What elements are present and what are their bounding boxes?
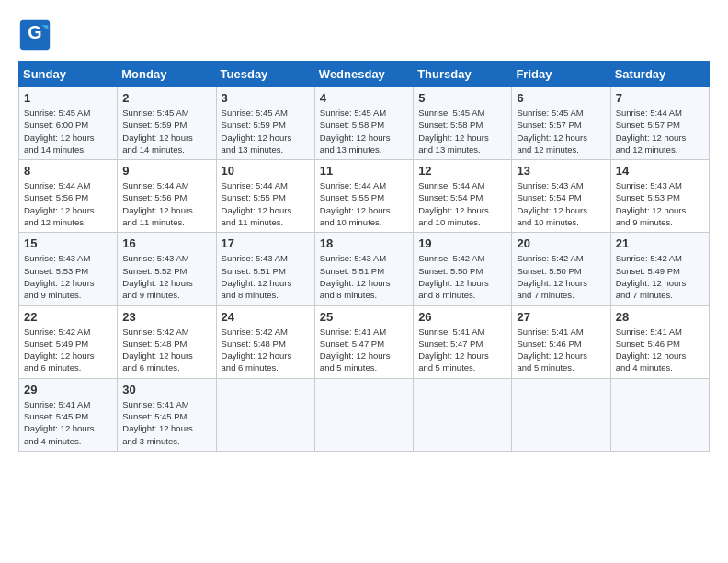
logo-icon: G [18,18,51,52]
calendar-cell: 8Sunrise: 5:44 AM Sunset: 5:56 PM Daylig… [19,160,118,233]
calendar-cell: 14Sunrise: 5:43 AM Sunset: 5:53 PM Dayli… [610,160,709,233]
day-number: 27 [517,310,605,324]
calendar-cell: 17Sunrise: 5:43 AM Sunset: 5:51 PM Dayli… [216,233,314,305]
day-info: Sunrise: 5:41 AM Sunset: 5:46 PM Dayligh… [616,326,704,374]
day-number: 3 [222,91,310,105]
calendar-week-row: 1Sunrise: 5:45 AM Sunset: 6:00 PM Daylig… [19,87,710,160]
weekday-header: Thursday [414,62,512,87]
day-info: Sunrise: 5:44 AM Sunset: 5:56 PM Dayligh… [24,179,112,228]
day-number: 8 [24,164,112,178]
day-number: 28 [616,310,704,324]
day-number: 20 [517,236,605,250]
day-info: Sunrise: 5:45 AM Sunset: 5:59 PM Dayligh… [122,107,210,155]
calendar-cell: 2Sunrise: 5:45 AM Sunset: 5:59 PM Daylig… [118,87,216,160]
calendar-cell: 16Sunrise: 5:43 AM Sunset: 5:52 PM Dayli… [118,233,216,305]
day-number: 15 [24,236,112,250]
calendar-cell [512,378,610,451]
weekday-header: Sunday [19,62,118,87]
calendar-cell: 21Sunrise: 5:42 AM Sunset: 5:49 PM Dayli… [610,233,709,305]
calendar-cell: 19Sunrise: 5:42 AM Sunset: 5:50 PM Dayli… [414,233,512,305]
day-number: 18 [320,236,408,250]
calendar-cell: 20Sunrise: 5:42 AM Sunset: 5:50 PM Dayli… [512,233,610,305]
day-info: Sunrise: 5:41 AM Sunset: 5:47 PM Dayligh… [320,326,408,374]
day-info: Sunrise: 5:45 AM Sunset: 5:57 PM Dayligh… [517,107,605,155]
day-number: 10 [222,164,310,178]
day-info: Sunrise: 5:42 AM Sunset: 5:48 PM Dayligh… [222,326,310,374]
day-number: 13 [517,164,605,178]
calendar-week-row: 8Sunrise: 5:44 AM Sunset: 5:56 PM Daylig… [19,160,710,233]
svg-text:G: G [28,22,41,42]
calendar-week-row: 15Sunrise: 5:43 AM Sunset: 5:53 PM Dayli… [19,233,710,305]
day-number: 12 [418,164,506,178]
day-number: 2 [122,91,210,105]
day-info: Sunrise: 5:41 AM Sunset: 5:45 PM Dayligh… [24,398,112,447]
day-info: Sunrise: 5:41 AM Sunset: 5:46 PM Dayligh… [517,326,605,374]
day-info: Sunrise: 5:44 AM Sunset: 5:55 PM Dayligh… [320,179,408,228]
day-info: Sunrise: 5:42 AM Sunset: 5:48 PM Dayligh… [122,326,210,374]
calendar-cell: 24Sunrise: 5:42 AM Sunset: 5:48 PM Dayli… [216,305,314,378]
calendar-week-row: 22Sunrise: 5:42 AM Sunset: 5:49 PM Dayli… [19,305,710,378]
weekday-header: Friday [512,62,610,87]
calendar-cell: 23Sunrise: 5:42 AM Sunset: 5:48 PM Dayli… [118,305,216,378]
calendar-cell: 30Sunrise: 5:41 AM Sunset: 5:45 PM Dayli… [118,378,216,451]
day-number: 22 [24,310,112,324]
day-info: Sunrise: 5:43 AM Sunset: 5:51 PM Dayligh… [320,252,408,301]
calendar-cell: 9Sunrise: 5:44 AM Sunset: 5:56 PM Daylig… [118,160,216,233]
weekday-header: Wednesday [314,62,413,87]
day-info: Sunrise: 5:44 AM Sunset: 5:56 PM Dayligh… [122,179,210,228]
weekday-header: Tuesday [216,62,314,87]
calendar-cell: 18Sunrise: 5:43 AM Sunset: 5:51 PM Dayli… [314,233,413,305]
calendar-cell: 4Sunrise: 5:45 AM Sunset: 5:58 PM Daylig… [314,87,413,160]
day-number: 1 [24,91,112,105]
day-number: 21 [616,236,704,250]
day-number: 30 [122,383,210,396]
calendar-cell: 1Sunrise: 5:45 AM Sunset: 6:00 PM Daylig… [19,87,118,160]
day-number: 14 [616,164,704,178]
weekday-header-row: SundayMondayTuesdayWednesdayThursdayFrid… [19,62,710,87]
day-info: Sunrise: 5:43 AM Sunset: 5:54 PM Dayligh… [517,179,605,228]
calendar-week-row: 29Sunrise: 5:41 AM Sunset: 5:45 PM Dayli… [19,378,710,451]
day-number: 7 [616,91,704,105]
day-number: 19 [418,236,506,250]
weekday-header: Saturday [610,62,709,87]
calendar-cell [314,378,413,451]
calendar-cell: 25Sunrise: 5:41 AM Sunset: 5:47 PM Dayli… [314,305,413,378]
calendar-cell: 5Sunrise: 5:45 AM Sunset: 5:58 PM Daylig… [414,87,512,160]
day-info: Sunrise: 5:43 AM Sunset: 5:52 PM Dayligh… [122,252,210,301]
day-number: 6 [517,91,605,105]
logo: G [18,18,57,52]
day-info: Sunrise: 5:44 AM Sunset: 5:54 PM Dayligh… [418,179,506,228]
day-info: Sunrise: 5:43 AM Sunset: 5:53 PM Dayligh… [24,252,112,301]
calendar-cell: 29Sunrise: 5:41 AM Sunset: 5:45 PM Dayli… [19,378,118,451]
calendar-cell [216,378,314,451]
day-number: 16 [122,236,210,250]
day-info: Sunrise: 5:44 AM Sunset: 5:57 PM Dayligh… [616,107,704,155]
calendar-cell: 15Sunrise: 5:43 AM Sunset: 5:53 PM Dayli… [19,233,118,305]
day-info: Sunrise: 5:42 AM Sunset: 5:50 PM Dayligh… [418,252,506,301]
day-number: 11 [320,164,408,178]
day-number: 17 [222,236,310,250]
day-info: Sunrise: 5:45 AM Sunset: 5:59 PM Dayligh… [222,107,310,155]
day-info: Sunrise: 5:45 AM Sunset: 6:00 PM Dayligh… [24,107,112,155]
day-info: Sunrise: 5:45 AM Sunset: 5:58 PM Dayligh… [418,107,506,155]
day-number: 25 [320,310,408,324]
day-info: Sunrise: 5:43 AM Sunset: 5:53 PM Dayligh… [616,179,704,228]
day-info: Sunrise: 5:44 AM Sunset: 5:55 PM Dayligh… [222,179,310,228]
calendar-cell: 7Sunrise: 5:44 AM Sunset: 5:57 PM Daylig… [610,87,709,160]
calendar-cell: 13Sunrise: 5:43 AM Sunset: 5:54 PM Dayli… [512,160,610,233]
day-info: Sunrise: 5:45 AM Sunset: 5:58 PM Dayligh… [320,107,408,155]
calendar-cell: 11Sunrise: 5:44 AM Sunset: 5:55 PM Dayli… [314,160,413,233]
day-number: 4 [320,91,408,105]
day-number: 9 [122,164,210,178]
day-number: 23 [122,310,210,324]
calendar-cell: 27Sunrise: 5:41 AM Sunset: 5:46 PM Dayli… [512,305,610,378]
day-info: Sunrise: 5:42 AM Sunset: 5:50 PM Dayligh… [517,252,605,301]
calendar-cell: 28Sunrise: 5:41 AM Sunset: 5:46 PM Dayli… [610,305,709,378]
calendar-cell: 22Sunrise: 5:42 AM Sunset: 5:49 PM Dayli… [19,305,118,378]
calendar-cell: 10Sunrise: 5:44 AM Sunset: 5:55 PM Dayli… [216,160,314,233]
page-header: G [18,18,710,52]
day-number: 5 [418,91,506,105]
day-info: Sunrise: 5:41 AM Sunset: 5:47 PM Dayligh… [418,326,506,374]
day-info: Sunrise: 5:42 AM Sunset: 5:49 PM Dayligh… [616,252,704,301]
calendar-table: SundayMondayTuesdayWednesdayThursdayFrid… [18,61,710,452]
